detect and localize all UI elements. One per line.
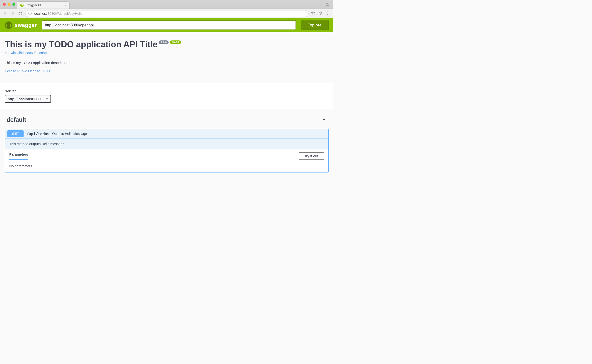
browser-chrome: { } Swagger UI × ⓘ localhost:8080/#/defa… (0, 0, 333, 18)
license-link[interactable]: Eclipse Public License - v 1.0 (5, 69, 51, 73)
no-parameters-text: No parameters (5, 160, 328, 172)
swagger-logo-icon: {··} (5, 21, 12, 29)
spec-link[interactable]: http://localhost:8080/openapi (5, 51, 47, 55)
explore-button[interactable]: Explore (301, 20, 329, 30)
reload-button[interactable] (18, 11, 23, 16)
parameters-header: Parameters Try it out (5, 150, 328, 160)
site-info-icon[interactable]: ⓘ (28, 11, 32, 16)
swagger-logo-text: swagger (15, 22, 37, 28)
profile-avatar-icon[interactable] (325, 2, 332, 7)
chevron-down-icon (321, 117, 327, 123)
svg-point-1 (327, 11, 328, 12)
tab-title: Swagger UI (26, 4, 41, 7)
server-select[interactable]: http://localhost:8080 (5, 95, 51, 103)
server-section: Server http://localhost:8080 (0, 83, 333, 109)
tag-header[interactable]: default (5, 112, 329, 126)
try-it-out-button[interactable]: Try it out (299, 152, 324, 160)
url-input[interactable]: ⓘ localhost:8080/#/default/sayHello (25, 10, 309, 17)
swagger-topbar: {··} swagger http://localhost:8080/opena… (0, 18, 333, 32)
server-selected-value: http://localhost:8080 (8, 97, 42, 101)
swagger-logo: {··} swagger (5, 21, 37, 29)
close-window-button[interactable] (3, 3, 6, 6)
http-method-badge: GET (7, 130, 24, 137)
operation-path: /api/todos (27, 131, 49, 136)
operation-description: This method outputs Hello message (5, 139, 328, 150)
forward-button (10, 11, 15, 16)
swagger-favicon-icon: { } (20, 4, 24, 7)
oas-badge: OAS3 (170, 40, 181, 44)
url-bar: ⓘ localhost:8080/#/default/sayHello (0, 9, 333, 18)
browser-tab[interactable]: { } Swagger UI × (17, 1, 70, 9)
close-tab-button[interactable]: × (65, 3, 67, 7)
operation-summary: Outputs Hello Message (52, 132, 87, 136)
tag-section: default GET /api/todos Outputs Hello Mes… (0, 109, 333, 172)
svg-point-3 (327, 14, 328, 14)
spec-url-input[interactable]: http://localhost:8080/openapi (42, 20, 296, 30)
url-text: localhost:8080/#/default/sayHello (33, 12, 83, 15)
api-info-section: This is my TODO application API Title 1.… (0, 32, 333, 83)
api-title: This is my TODO application API Title (5, 39, 157, 50)
tag-name: default (7, 116, 26, 123)
tab-bar: { } Swagger UI × (0, 0, 333, 9)
maximize-window-button[interactable] (12, 3, 15, 6)
bookmark-star-icon[interactable] (311, 11, 315, 16)
minimize-window-button[interactable] (8, 3, 10, 6)
server-label: Server (5, 89, 329, 93)
window-controls (2, 3, 17, 6)
parameters-tab[interactable]: Parameters (9, 152, 28, 160)
extension-icon[interactable] (318, 11, 322, 16)
operation-block: GET /api/todos Outputs Hello Message Thi… (5, 129, 329, 172)
api-description: This is my TODO application description (5, 61, 329, 65)
svg-point-2 (327, 13, 328, 13)
spec-url-value: http://localhost:8080/openapi (45, 23, 94, 27)
back-button[interactable] (2, 11, 8, 16)
menu-dots-icon[interactable] (325, 11, 330, 16)
operation-summary-bar[interactable]: GET /api/todos Outputs Hello Message (5, 129, 328, 139)
svg-point-0 (326, 3, 328, 4)
version-badge: 1.0.0 (159, 40, 168, 44)
